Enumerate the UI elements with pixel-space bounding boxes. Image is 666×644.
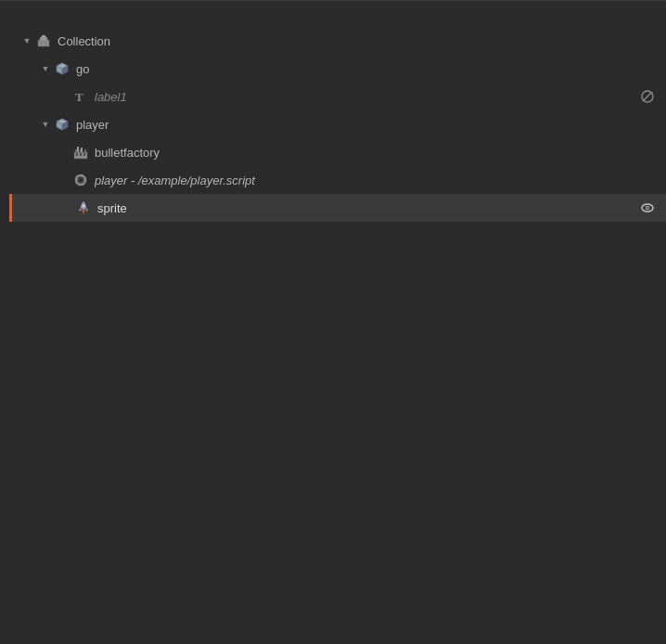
label-bulletfactory: bulletfactory [95,146,666,160]
svg-rect-26 [83,153,85,156]
svg-rect-23 [81,148,83,152]
tree-item-player[interactable]: player [9,110,666,138]
tree-item-sprite[interactable]: sprite [9,194,666,222]
label-sprite: sprite [97,201,636,215]
svg-point-35 [647,207,648,209]
tree-item-collection[interactable]: Collection [9,27,666,55]
svg-line-12 [643,92,652,101]
tree-item-player-script[interactable]: player - /example/player.script [9,166,666,194]
svg-point-32 [83,205,85,208]
outline-panel: Collection go T label1 player [0,0,666,644]
factory-icon [72,144,89,161]
label-icon: T [72,88,89,105]
tree-item-go[interactable]: go [9,55,666,83]
svg-rect-4 [42,35,45,38]
collection-icon [35,32,52,49]
action-label1[interactable] [636,85,659,108]
action-sprite[interactable] [636,197,659,219]
chevron-collection[interactable] [20,34,33,47]
gameobject-icon [54,116,70,133]
sprite-icon [75,200,92,216]
tree-item-label1[interactable]: T label1 [9,83,666,110]
chevron-player[interactable] [39,118,52,131]
outline-tree: Collection go T label1 player [0,27,666,222]
label-collection: Collection [58,34,666,48]
svg-rect-24 [76,153,78,156]
chevron-go[interactable] [39,62,52,75]
panel-title [0,1,666,27]
tree-item-bulletfactory[interactable]: bulletfactory [9,138,666,166]
svg-point-30 [79,178,83,182]
svg-rect-21 [84,149,86,153]
label-label1: label1 [95,90,636,104]
svg-rect-25 [80,153,82,156]
label-player: player [76,118,666,132]
script-icon [72,172,89,188]
svg-text:T: T [75,90,83,104]
label-player-script: player - /example/player.script [95,174,666,187]
svg-rect-22 [77,147,79,152]
label-go: go [76,62,666,76]
gameobject-icon [54,60,70,77]
